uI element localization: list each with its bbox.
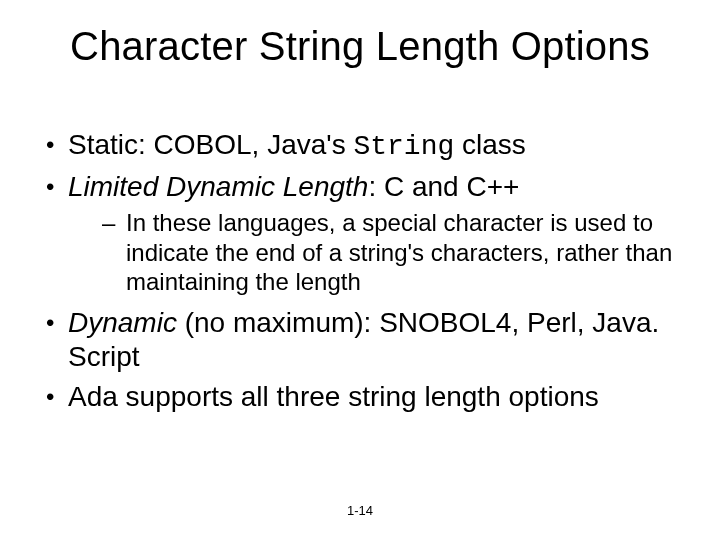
sub-bullet: In these languages, a special character … [102, 208, 680, 296]
code-string: String [353, 131, 454, 162]
emphasis-text: Limited Dynamic Length [68, 171, 368, 202]
bullet-text: Ada supports all three string length opt… [68, 381, 599, 412]
bullet-ada: Ada supports all three string length opt… [40, 380, 680, 414]
bullet-dynamic: Dynamic (no maximum): SNOBOL4, Perl, Jav… [40, 306, 680, 374]
slide-body: Static: COBOL, Java's String class Limit… [40, 128, 680, 421]
bullet-text: class [454, 129, 526, 160]
bullet-text: : C and C++ [368, 171, 519, 202]
slide-number: 1-14 [0, 503, 720, 518]
sub-bullet-list: In these languages, a special character … [68, 208, 680, 296]
sub-bullet-text: In these languages, a special character … [126, 209, 672, 295]
bullet-text: Static: COBOL, Java's [68, 129, 353, 160]
emphasis-text: Dynamic [68, 307, 177, 338]
bullet-limited-dynamic: Limited Dynamic Length: C and C++ In the… [40, 170, 680, 296]
slide: Character String Length Options Static: … [0, 0, 720, 540]
slide-title: Character String Length Options [0, 24, 720, 69]
bullet-list: Static: COBOL, Java's String class Limit… [40, 128, 680, 415]
bullet-static: Static: COBOL, Java's String class [40, 128, 680, 164]
